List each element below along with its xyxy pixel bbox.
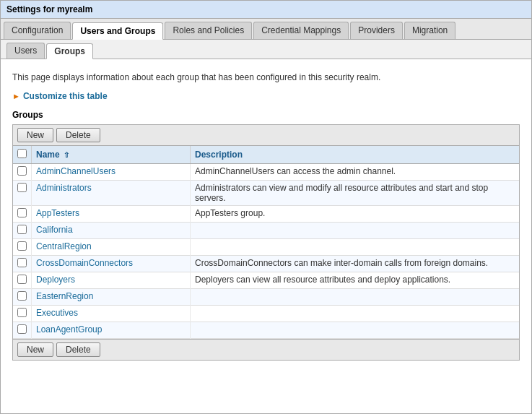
table-row: AdminChannelUsersAdminChannelUsers can a… (13, 164, 519, 181)
group-name-link[interactable]: AppTesters (36, 208, 79, 218)
table-row: Executives (13, 306, 519, 322)
customize-table-link[interactable]: ► Customize this table (12, 91, 520, 101)
main-window: Settings for myrealm ConfigurationUsers … (0, 0, 532, 414)
name-column-label: Name (36, 150, 60, 160)
row-checkbox[interactable] (17, 183, 27, 192)
bottom-toolbar: New Delete (13, 339, 519, 360)
table-row: LoanAgentGroup (13, 322, 519, 339)
row-name-cell: AppTesters (32, 206, 191, 223)
row-checkbox[interactable] (17, 291, 27, 301)
table-row: AppTestersAppTesters group. (13, 206, 519, 223)
row-name-cell: EasternRegion (32, 289, 191, 306)
row-checkbox[interactable] (17, 208, 27, 217)
new-button[interactable]: New (17, 128, 53, 142)
top-toolbar: New Delete (13, 125, 519, 146)
row-description-cell: Deployers can view all resource attribut… (191, 272, 520, 289)
group-name-link[interactable]: CrossDomainConnectors (36, 258, 133, 268)
row-checkbox[interactable] (17, 241, 27, 251)
sub-tab-groups[interactable]: Groups (46, 43, 93, 59)
main-tab-configuration[interactable]: Configuration (4, 22, 71, 39)
table-row: California (13, 223, 519, 239)
sub-tab-bar: UsersGroups (1, 40, 531, 59)
row-checkbox-cell (13, 164, 32, 181)
new-button-bottom[interactable]: New (17, 342, 53, 357)
row-description-cell (191, 289, 520, 306)
group-name-link[interactable]: California (36, 225, 73, 235)
table-row: CentralRegion (13, 239, 519, 256)
groups-table-body: AdminChannelUsersAdminChannelUsers can a… (13, 164, 519, 339)
select-all-checkbox[interactable] (17, 149, 27, 158)
row-checkbox-cell (13, 223, 32, 239)
row-name-cell: Administrators (32, 181, 191, 206)
delete-button[interactable]: Delete (56, 128, 100, 142)
row-checkbox-cell (13, 272, 32, 289)
group-name-link[interactable]: Executives (36, 308, 78, 318)
main-tab-credential-mappings[interactable]: Credential Mappings (253, 22, 349, 39)
customize-arrow-icon: ► (12, 92, 20, 100)
header-name[interactable]: Name ⇧ (32, 146, 191, 164)
main-tab-migration[interactable]: Migration (404, 22, 455, 39)
main-tab-providers[interactable]: Providers (350, 22, 403, 39)
groups-table: Name ⇧ Description AdminChannelUsersAdmi… (13, 146, 519, 339)
row-checkbox[interactable] (17, 275, 27, 284)
row-description-cell (191, 306, 520, 322)
group-name-link[interactable]: CentralRegion (36, 241, 92, 251)
row-description-cell: CrossDomainConnectors can make inter-dom… (191, 256, 520, 272)
row-name-cell: California (32, 223, 191, 239)
row-checkbox-cell (13, 289, 32, 306)
row-name-cell: CrossDomainConnectors (32, 256, 191, 272)
customize-label: Customize this table (23, 91, 108, 101)
table-header-row: Name ⇧ Description (13, 146, 519, 164)
group-name-link[interactable]: AdminChannelUsers (36, 166, 115, 176)
groups-table-container: New Delete Name ⇧ Description (12, 124, 520, 361)
row-description-cell: AppTesters group. (191, 206, 520, 223)
delete-button-bottom[interactable]: Delete (56, 342, 100, 357)
main-tab-users-and-groups[interactable]: Users and Groups (72, 22, 163, 40)
main-tab-roles-and-policies[interactable]: Roles and Policies (165, 22, 252, 39)
row-checkbox[interactable] (17, 225, 27, 234)
header-checkbox-cell (13, 146, 32, 164)
title-bar: Settings for myrealm (1, 1, 531, 19)
row-checkbox[interactable] (17, 166, 27, 176)
sort-icon: ⇧ (64, 151, 69, 159)
row-name-cell: Executives (32, 306, 191, 322)
row-checkbox-cell (13, 181, 32, 206)
table-row: DeployersDeployers can view all resource… (13, 272, 519, 289)
description-column-label: Description (195, 150, 243, 160)
content-area: This page displays information about eac… (1, 59, 531, 369)
sub-tab-users[interactable]: Users (6, 43, 45, 59)
row-description-cell (191, 239, 520, 256)
row-description-cell (191, 223, 520, 239)
table-row: EasternRegion (13, 289, 519, 306)
section-title: Groups (12, 110, 520, 120)
row-checkbox-cell (13, 206, 32, 223)
row-description-cell: AdminChannelUsers can access the admin c… (191, 164, 520, 181)
group-name-link[interactable]: Deployers (36, 275, 75, 285)
row-checkbox-cell (13, 322, 32, 339)
row-checkbox-cell (13, 239, 32, 256)
group-name-link[interactable]: Administrators (36, 183, 92, 193)
page-description: This page displays information about eac… (12, 72, 520, 82)
main-tab-bar: ConfigurationUsers and GroupsRoles and P… (1, 19, 531, 40)
row-name-cell: CentralRegion (32, 239, 191, 256)
window-title: Settings for myrealm (6, 4, 92, 14)
row-checkbox[interactable] (17, 308, 27, 317)
row-checkbox-cell (13, 256, 32, 272)
row-checkbox[interactable] (17, 258, 27, 267)
row-checkbox[interactable] (17, 324, 27, 334)
row-name-cell: AdminChannelUsers (32, 164, 191, 181)
group-name-link[interactable]: LoanAgentGroup (36, 324, 102, 335)
header-description: Description (191, 146, 520, 164)
table-row: CrossDomainConnectorsCrossDomainConnecto… (13, 256, 519, 272)
group-name-link[interactable]: EasternRegion (36, 291, 93, 301)
row-description-cell: Administrators can view and modify all r… (191, 181, 520, 206)
table-row: AdministratorsAdministrators can view an… (13, 181, 519, 206)
row-name-cell: Deployers (32, 272, 191, 289)
row-name-cell: LoanAgentGroup (32, 322, 191, 339)
row-description-cell (191, 322, 520, 339)
row-checkbox-cell (13, 306, 32, 322)
